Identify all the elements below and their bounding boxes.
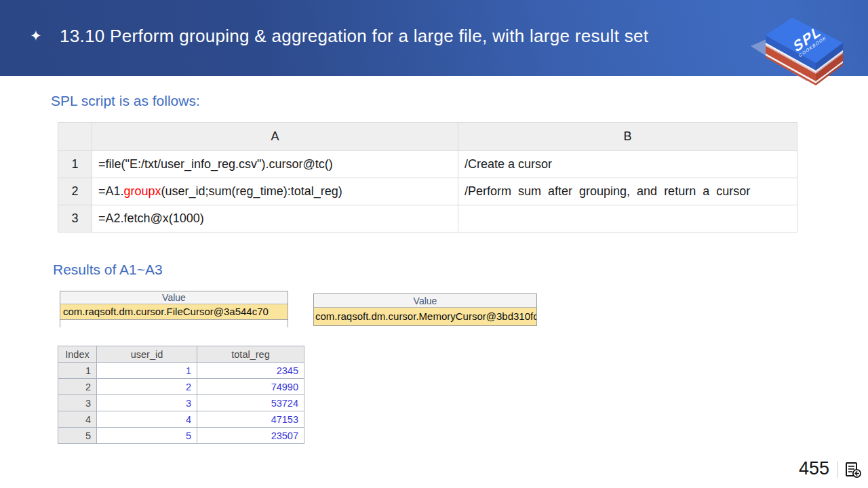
total-reg-cell: 53724 [197,395,304,411]
script-row-3: 3 =A2.fetch@x(1000) [58,205,797,232]
result-a2-value-table: Value com.raqsoft.dm.cursor.MemoryCursor… [313,293,537,326]
cell-a2-code: =A1.groupx(user_id;sum(reg_time):total_r… [92,178,458,205]
page-title: 13.10 Perform grouping & aggregation for… [60,26,648,47]
script-row-2: 2 =A1.groupx(user_id;sum(reg_time):total… [58,178,797,205]
total-reg-cell: 2345 [197,363,304,379]
slide: ✦ 13.10 Perform grouping & aggregation f… [0,0,868,488]
selected-value-cell: com.raqsoft.dm.cursor.FileCursor@3a544c7… [60,304,288,320]
value-column-header: Value [60,291,288,304]
keyword-groupx: groupx [124,184,161,198]
result-a3-table: Index user_id total_reg 1 1 2345 2 2 749… [58,346,304,444]
result-a1-value-table: Value com.raqsoft.dm.cursor.FileCursor@3… [60,291,288,327]
result-row: 2 2 74990 [58,379,304,395]
code-suffix: (user_id;sum(reg_time):total_reg) [161,184,342,198]
script-section-label: SPL script is as follows: [51,93,200,109]
user-id-cell: 5 [97,428,197,444]
total-reg-cell: 47153 [197,411,304,428]
footer-divider [837,462,838,478]
script-row-1: 1 =file("E:/txt/user_info_reg.csv").curs… [58,151,797,178]
index-cell: 1 [58,363,97,379]
cell-a1-code: =file("E:/txt/user_info_reg.csv").cursor… [92,151,458,178]
column-header-index: Index [58,346,97,363]
column-header-total-reg: total_reg [197,346,304,363]
cell-a3-code: =A2.fetch@x(1000) [92,205,458,232]
cell-b2-comment: /Perform sum after grouping, and return … [458,178,797,205]
result-table-header-row: Index user_id total_reg [58,346,304,363]
index-cell: 4 [58,411,97,428]
result-row: 1 1 2345 [58,363,304,379]
value-column-header: Value [314,294,536,308]
column-header-b: B [458,123,797,151]
spl-script-table: A B 1 =file("E:/txt/user_info_reg.csv").… [58,122,797,232]
row-number: 3 [58,205,92,232]
total-reg-cell: 74990 [197,379,304,395]
index-cell: 5 [58,428,97,444]
index-cell: 3 [58,395,97,411]
result-row: 3 3 53724 [58,395,304,411]
spl-cookbook-logo-icon: SPL COOKBOOK [741,4,858,89]
header-banner: ✦ 13.10 Perform grouping & aggregation f… [0,0,868,76]
results-section-label: Results of A1~A3 [53,262,163,278]
corner-header-cell [58,123,92,151]
total-reg-cell: 23507 [197,428,304,444]
clipped-empty-row [60,320,288,327]
column-header-user-id: user_id [97,346,197,363]
user-id-cell: 4 [97,411,197,428]
user-id-cell: 2 [97,379,197,395]
result-row: 5 5 23507 [58,428,304,444]
cell-b3-comment [458,205,797,232]
user-id-cell: 1 [97,363,197,379]
selected-value-cell: com.raqsoft.dm.cursor.MemoryCursor@3bd31… [314,308,536,325]
user-id-cell: 3 [97,395,197,411]
result-row: 4 4 47153 [58,411,304,428]
index-cell: 2 [58,379,97,395]
code-prefix: =A1. [98,184,124,198]
star-bullet-icon: ✦ [30,28,42,43]
column-header-a: A [92,123,458,151]
page-number: 455 [799,458,829,479]
cell-b1-comment: /Create a cursor [458,151,797,178]
row-number: 2 [58,178,92,205]
return-to-contents-icon[interactable] [844,461,862,479]
row-number: 1 [58,151,92,178]
script-table-header-row: A B [58,123,797,151]
